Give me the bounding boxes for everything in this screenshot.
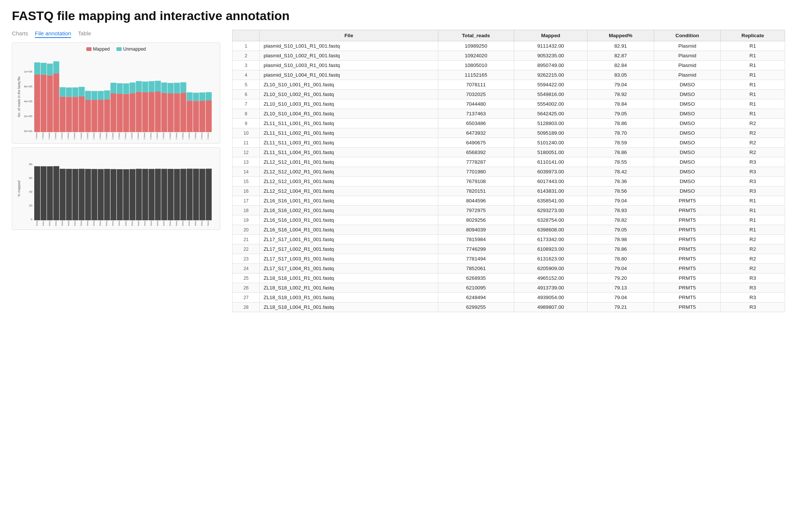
cell-col-4: 79.05 [587,109,654,119]
table-row: 7ZL10_S10_L003_R1_001.fastq7044480555400… [233,99,785,109]
pct-bar-x-label: ZL17_S17_L004_R1_001.fastq [182,221,184,226]
page-title: FASTQ file mapping and interactive annot… [12,9,785,23]
cell-col-6: R1 [721,196,785,206]
tab-table[interactable]: Table [78,30,91,38]
table-row: 11ZL11_S11_L003_R1_001.fastq649067551012… [233,138,785,148]
pct-bar-x-label: ZL12_S12_L002_R1_001.fastq [118,221,120,226]
col-file: File [260,30,438,41]
tab-file-annotation[interactable]: File annotation [35,30,71,38]
pct-bar-x-label: ZL12_S12_L003_R1_001.fastq [125,221,127,226]
pct-bar-x-label: ZL12_S12_L004_R1_001.fastq [131,221,133,226]
table-row: 2plasmid_S10_L002_R1_001.fastq1092402090… [233,51,785,61]
legend-mapped: Mapped [86,47,110,52]
table-row: 28ZL18_S18_L004_R1_001.fastq629925549898… [233,302,785,312]
col-mapped: Mapped [514,30,587,41]
cell-col-6: R3 [721,283,785,293]
svg-text:% mapped: % mapped [17,180,21,196]
cell-col-5: DMSO [654,148,721,157]
bar-unmapped [92,91,97,100]
table-row: 12ZL11_S11_L004_R1_001.fastq656839251800… [233,148,785,157]
bar-unmapped [142,81,148,92]
tab-charts[interactable]: Charts [12,30,28,38]
table-row: 13ZL12_S12_L001_R1_001.fastq777828761101… [233,157,785,167]
cell-col-5: DMSO [654,167,721,177]
cell-col-6: R2 [721,235,785,244]
cell-col-4: 79.20 [587,273,654,283]
cell-col-5: DMSO [654,128,721,138]
cell-col-5: PRMT5 [654,283,721,293]
pct-bar [161,169,167,220]
row-num: 19 [233,215,260,225]
bar-mapped [60,97,65,132]
pct-bar [60,169,65,220]
bar-mapped [53,73,59,132]
cell-col-5: PRMT5 [654,254,721,264]
pct-bar-svg: % mapped 0 20 40 60 80 plasmid_S10_L001_… [15,151,212,226]
row-num: 8 [233,109,260,119]
cell-col-4: 78.70 [587,128,654,138]
pct-bar [123,169,129,220]
cell-col-4: 78.59 [587,138,654,148]
left-panel: Charts File annotation Table Mapped Unma… [12,30,220,234]
bar-mapped [206,100,212,132]
bar-unmapped [187,92,193,100]
cell-col-6: R1 [721,41,785,51]
cell-col-2: 7852061 [438,264,514,273]
cell-col-1: ZL12_S12_L002_R1_001.fastq [260,167,438,177]
cell-col-2: 7679108 [438,177,514,186]
cell-col-6: R3 [721,167,785,177]
row-num: 23 [233,254,260,264]
pct-bar [199,169,205,220]
bar-unmapped [136,81,142,92]
pct-bar-x-label: ZL16_S16_L004_R1_001.fastq [156,221,159,226]
cell-col-4: 79.04 [587,264,654,273]
cell-col-4: 79.04 [587,293,654,302]
pct-bar-x-label: ZL17_S17_L003_R1_001.fastq [175,221,177,226]
cell-col-2: 7701980 [438,167,514,177]
cell-col-2: 7044480 [438,99,514,109]
bar-mapped [34,74,40,132]
cell-col-5: DMSO [654,80,721,90]
cell-col-5: DMSO [654,109,721,119]
pct-bar [92,169,97,220]
svg-text:2e+05: 2e+05 [24,115,33,118]
cell-col-3: 4913739.00 [514,283,587,293]
svg-text:0e+00: 0e+00 [24,129,33,133]
cell-col-6: R1 [721,80,785,90]
cell-col-1: ZL17_S17_L001_R1_001.fastq [260,235,438,244]
stacked-bar-svg-wrapper: No. of reads in the fastq file 0e+00 2e+… [15,54,217,141]
row-num: 12 [233,148,260,157]
bar-unmapped [148,81,154,92]
bar-mapped [187,100,193,132]
bar-mapped [129,93,135,132]
cell-col-5: DMSO [654,99,721,109]
row-num: 20 [233,225,260,235]
cell-col-3: 5549816.00 [514,90,587,99]
cell-col-4: 83.05 [587,70,654,80]
table-row: 17ZL16_S16_L001_R1_001.fastq804459663585… [233,196,785,206]
bar-x-label: ZL10_S10_L004_R1_001.fastq [80,133,82,140]
pct-bar [85,169,91,220]
cell-col-6: R3 [721,293,785,302]
pct-bar-x-label: plasmid_S10_L002_R1_001.fastq [42,221,44,226]
row-num: 2 [233,51,260,61]
cell-col-2: 10989250 [438,41,514,51]
cell-col-4: 82.91 [587,41,654,51]
bar-mapped [98,100,104,132]
bar-unmapped [129,83,135,93]
bar-x-label: ZL17_S17_L003_R1_001.fastq [175,133,177,140]
row-num: 25 [233,273,260,283]
cell-col-2: 7820151 [438,186,514,196]
bar-unmapped [180,82,186,93]
pct-bar-x-label: ZL16_S16_L002_R1_001.fastq [144,221,146,226]
cell-col-6: R1 [721,109,785,119]
tabs: Charts File annotation Table [12,30,220,38]
legend-unmapped-color [116,47,122,51]
row-num: 17 [233,196,260,206]
pct-bar-x-label: ZL17_S17_L001_R1_001.fastq [163,221,165,226]
cell-col-4: 82.84 [587,61,654,70]
table-row: 26ZL18_S18_L002_R1_001.fastq621009549137… [233,283,785,293]
row-num: 22 [233,244,260,254]
bar-x-label: ZL12_S12_L003_R1_001.fastq [124,133,127,140]
svg-text:60: 60 [29,176,32,180]
